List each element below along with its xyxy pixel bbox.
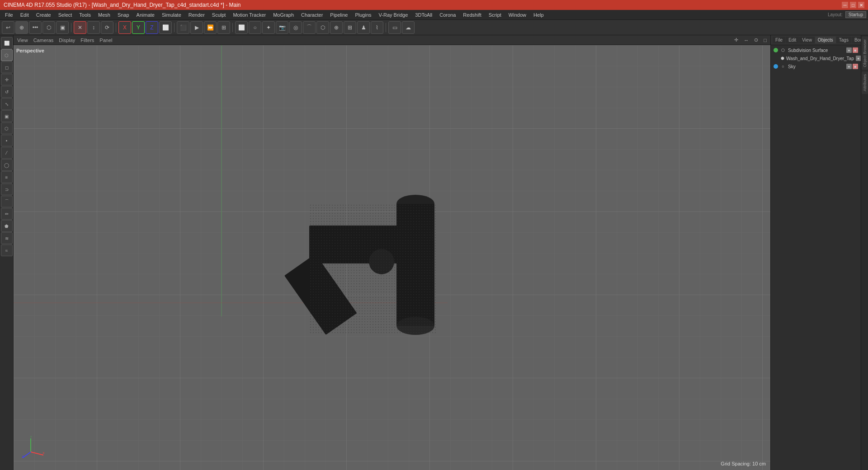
toolbar-move[interactable]: ✕ [74,21,86,34]
sidebar-cloth[interactable]: ≈ [1,244,13,256]
sidebar-model-mode[interactable]: ⬜ [1,37,13,49]
vp-icon-move[interactable]: ↔ [742,38,750,43]
toolbar-x-axis[interactable]: X [118,21,131,34]
toolbar-undo[interactable]: ↩ [2,21,14,34]
vp-icon-crosshair[interactable]: ✛ [732,37,740,43]
obj-lock-subdivision[interactable]: ■ [853,47,858,53]
sidebar-magnet[interactable]: ⊃ [1,183,13,195]
menu-redshift[interactable]: Redshift [460,11,484,19]
menu-vray[interactable]: V-Ray Bridge [376,11,411,19]
menu-corona[interactable]: Corona [436,11,459,19]
toolbar-cube[interactable]: ⬜ [235,21,248,34]
toolbar-hair[interactable]: ⌇ [371,21,383,34]
toolbar-sky[interactable]: ☁ [402,21,415,34]
toolbar-render-all[interactable]: ⏩ [204,21,217,34]
toolbar-camera[interactable]: 📷 [276,21,288,34]
menu-help[interactable]: Help [530,11,547,19]
menu-window[interactable]: Window [505,11,529,19]
om-tab-tags[interactable]: Tags [836,37,851,43]
layout-selector[interactable]: Startup [845,11,866,18]
fr-tab-object-browser[interactable]: Object Browser [862,37,868,70]
toolbar-sphere[interactable]: ○ [249,21,261,34]
maximize-button[interactable]: □ [850,2,856,8]
toolbar-points-mode[interactable]: ••• [29,21,42,34]
menu-edit[interactable]: Edit [17,11,32,19]
sidebar-smooth[interactable]: ≋ [1,232,13,244]
toolbar-rotate[interactable]: ↕ [87,21,100,34]
toolbar-mograph2[interactable]: ⊞ [344,21,356,34]
menu-mograph[interactable]: MoGraph [270,11,297,19]
obj-vis-subdivision[interactable]: ● [846,47,852,53]
menu-animate[interactable]: Animate [133,11,158,19]
om-tab-edit[interactable]: Edit [786,37,799,43]
menu-file[interactable]: File [2,11,16,19]
menu-render[interactable]: Render [185,11,208,19]
vp-menu-display[interactable]: Display [57,38,77,43]
menu-3dtoall[interactable]: 3DToAll [412,11,435,19]
menu-pipeline[interactable]: Pipeline [327,11,351,19]
vp-icon-full[interactable]: □ [762,38,769,43]
toolbar-render-view[interactable]: ▶ [190,21,203,34]
om-tab-view[interactable]: View [799,37,815,43]
sidebar-loop[interactable]: ◯ [1,159,13,171]
menu-mesh[interactable]: Mesh [95,11,113,19]
sidebar-bridge[interactable]: ≡ [1,171,13,183]
sidebar-rotate[interactable]: ↺ [1,86,13,98]
menu-simulate[interactable]: Simulate [159,11,184,19]
menu-create[interactable]: Create [33,11,54,19]
menu-motion-tracker[interactable]: Motion Tracker [230,11,269,19]
toolbar-lights[interactable]: ✦ [262,21,275,34]
obj-vis-tap[interactable]: ● [856,56,861,61]
toolbar-scale[interactable]: ⟳ [101,21,113,34]
sidebar-knife[interactable]: ∕ [1,147,13,159]
om-tab-file[interactable]: File [773,37,785,43]
sidebar-paint[interactable]: ✏ [1,208,13,220]
menu-plugins[interactable]: Plugins [352,11,374,19]
obj-item-subdivision[interactable]: ⬡ Subdivision Surface ● ■ [772,46,860,54]
sidebar-edge[interactable]: ⬡ [1,122,13,134]
toolbar-floor[interactable]: ▭ [388,21,401,34]
vp-menu-filters[interactable]: Filters [79,38,96,43]
minimize-button[interactable]: ─ [842,2,848,8]
menu-select[interactable]: Select [55,11,75,19]
sidebar-poly[interactable]: ▣ [1,110,13,122]
toolbar-spline[interactable]: ⌒ [303,21,316,34]
toolbar-y-axis[interactable]: Y [132,21,145,34]
menu-snap[interactable]: Snap [114,11,132,19]
menu-tools[interactable]: Tools [76,11,94,19]
toolbar-render-region[interactable]: ⬛ [177,21,189,34]
sidebar-texture-mode[interactable]: ⬡ [1,49,13,61]
toolbar-deformer[interactable]: ⊕ [330,21,343,34]
menu-character[interactable]: Character [298,11,326,19]
sidebar-move[interactable]: ✛ [1,74,13,85]
sidebar-sculpt2[interactable]: ⌒ [1,196,13,207]
obj-lock-sky[interactable]: ■ [853,64,858,69]
om-tab-objects[interactable]: Objects [815,37,836,43]
obj-item-sky[interactable]: ○ Sky ● ■ [772,62,860,70]
toolbar-polygons-mode[interactable]: ▣ [56,21,69,34]
sidebar-bevel[interactable]: ⬟ [1,220,13,232]
vp-menu-cameras[interactable]: Cameras [32,38,56,43]
toolbar-render-queue[interactable]: ⊞ [217,21,230,34]
close-button[interactable]: ✕ [858,2,864,8]
toolbar-edges-mode[interactable]: ⬡ [42,21,55,34]
obj-vis-sky[interactable]: ● [846,64,852,69]
toolbar-world[interactable]: ⬜ [159,21,172,34]
sidebar-select[interactable]: ◻ [1,61,13,73]
toolbar-object-mode[interactable]: ⊕ [15,21,28,34]
obj-item-tap[interactable]: ⬢ Wash_and_Dry_Hand_Dryer_Tap ● ■ [772,54,860,62]
menu-script[interactable]: Script [486,11,505,19]
sidebar-point[interactable]: • [1,135,13,146]
menu-sculpt[interactable]: Sculpt [209,11,229,19]
toolbar-nurbs[interactable]: ⬡ [316,21,329,34]
fr-tab-attributes[interactable]: Attributes [862,71,868,94]
viewport[interactable]: Perspective Grid Spacing: 10 cm Y X Z [14,45,770,470]
vp-menu-view[interactable]: View [15,38,30,43]
toolbar-z-axis[interactable]: Z [146,21,158,34]
vp-icon-zoom[interactable]: ⊙ [752,37,760,43]
main-toolbar: ↩ ⊕ ••• ⬡ ▣ ✕ ↕ ⟳ X Y Z ⬜ ⬛ ▶ ⏩ ⊞ ⬜ ○ ✦ … [0,20,868,35]
sidebar-scale-tool[interactable]: ⤡ [1,98,13,110]
vp-menu-panel[interactable]: Panel [98,38,114,43]
toolbar-material[interactable]: ◎ [289,21,302,34]
toolbar-character2[interactable]: ♟ [357,21,370,34]
